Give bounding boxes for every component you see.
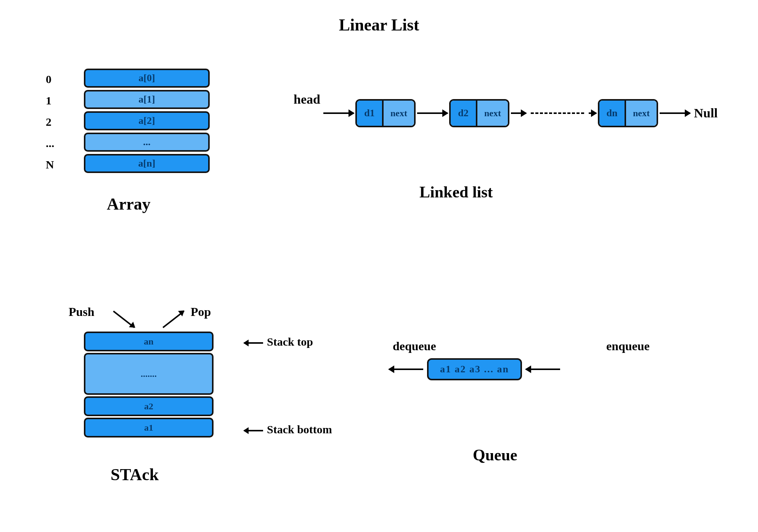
stack-pop-label: Pop bbox=[191, 305, 211, 319]
linked-list-null-label: Null bbox=[694, 106, 718, 120]
main-title: Linear List bbox=[0, 15, 758, 35]
stack-bottom-label: Stack bottom bbox=[244, 423, 332, 436]
linked-list-head-label: head bbox=[294, 92, 320, 107]
arrow-icon bbox=[660, 112, 690, 114]
dashed-line-icon bbox=[531, 112, 584, 114]
queue-dequeue-label: dequeue bbox=[393, 339, 436, 353]
array-cell-2: a[2] bbox=[84, 111, 210, 130]
array-index-ellipsis: ... bbox=[46, 137, 84, 150]
array-cell-n: a[n] bbox=[84, 154, 210, 173]
node-data: d2 bbox=[451, 101, 477, 126]
node-next: next bbox=[477, 101, 508, 126]
array-index-0: 0 bbox=[46, 73, 84, 86]
stack-diagram: an ....... a2 a1 bbox=[84, 332, 214, 439]
array-diagram: 0 a[0] 1 a[1] 2 a[2] ... ... N a[n] bbox=[46, 69, 210, 175]
pop-arrow-icon bbox=[162, 311, 185, 328]
left-arrow-icon bbox=[244, 342, 263, 344]
queue-enqueue-label: enqueue bbox=[606, 339, 650, 353]
dequeue-arrow-icon bbox=[389, 369, 423, 370]
arrow-icon bbox=[417, 112, 448, 114]
queue-label: Queue bbox=[473, 446, 517, 464]
stack-cell-a2: a2 bbox=[84, 396, 214, 416]
array-label: Array bbox=[107, 194, 151, 214]
node-next: next bbox=[626, 101, 657, 126]
arrow-icon bbox=[323, 112, 354, 114]
node-data: dn bbox=[599, 101, 626, 126]
array-index-2: 2 bbox=[46, 115, 84, 128]
stack-push-label: Push bbox=[69, 305, 95, 319]
array-index-1: 1 bbox=[46, 94, 84, 107]
push-arrow-icon bbox=[113, 311, 135, 328]
stack-cell-a1: a1 bbox=[84, 418, 214, 437]
node-data: d1 bbox=[357, 101, 384, 126]
linked-list-node-2: d2 next bbox=[449, 99, 509, 127]
array-index-n: N bbox=[46, 158, 84, 171]
linked-list-node-1: d1 next bbox=[355, 99, 416, 127]
linked-list-node-n: dn next bbox=[598, 99, 658, 127]
enqueue-arrow-icon bbox=[526, 369, 560, 370]
linked-list-label: Linked list bbox=[419, 183, 493, 201]
array-cell-ellipsis: ... bbox=[84, 133, 210, 152]
linked-list-diagram: head d1 next d2 next dn next Null bbox=[294, 99, 718, 127]
arrow-icon bbox=[589, 112, 596, 114]
array-cell-0: a[0] bbox=[84, 69, 210, 88]
stack-label: STAck bbox=[111, 465, 159, 484]
node-next: next bbox=[384, 101, 414, 126]
stack-cell-top: an bbox=[84, 332, 214, 351]
stack-cell-mid: ....... bbox=[84, 353, 214, 395]
array-cell-1: a[1] bbox=[84, 90, 210, 109]
arrow-icon bbox=[511, 112, 526, 114]
left-arrow-icon bbox=[244, 430, 263, 431]
stack-top-label: Stack top bbox=[244, 335, 313, 348]
queue-box: a1 a2 a3 ... an bbox=[427, 358, 522, 380]
queue-diagram: a1 a2 a3 ... an bbox=[389, 358, 560, 380]
